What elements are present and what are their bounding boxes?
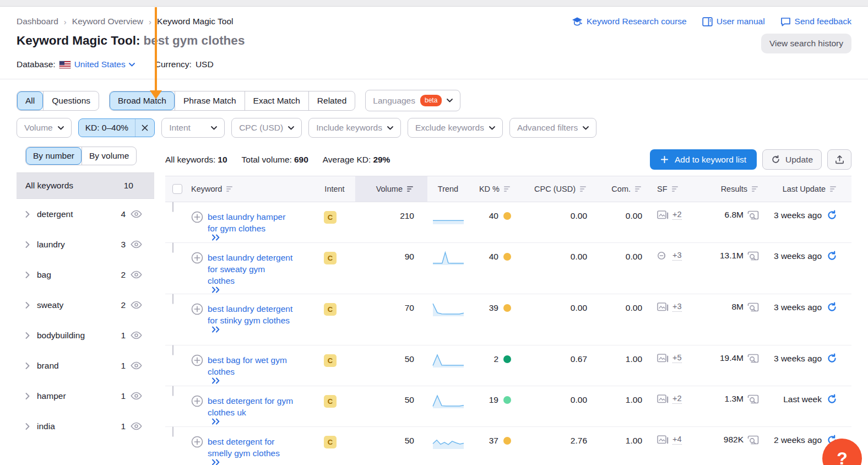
add-to-keyword-list-button[interactable]: Add to keyword list [650, 149, 757, 170]
refresh-icon[interactable] [827, 302, 837, 312]
double-chevron-icon[interactable] [211, 377, 294, 384]
keyword-research-course-link[interactable]: Keyword Research course [572, 17, 687, 26]
eye-icon[interactable] [131, 392, 142, 400]
row-checkbox[interactable] [172, 426, 173, 437]
cpc-filter-dropdown[interactable]: CPC (USD) [231, 118, 302, 138]
column-header-intent[interactable]: Intent [314, 176, 355, 202]
keyword-link[interactable]: best laundry detergent for stinky gym cl… [208, 303, 294, 333]
eye-icon[interactable] [131, 361, 142, 370]
row-checkbox[interactable] [172, 202, 173, 212]
serp-preview-icon[interactable] [747, 435, 759, 445]
user-manual-link[interactable]: User manual [702, 17, 765, 26]
languages-dropdown[interactable]: Languages beta [365, 90, 460, 111]
row-checkbox[interactable] [172, 242, 173, 253]
double-chevron-icon[interactable] [211, 286, 294, 293]
select-all-checkbox[interactable] [172, 184, 182, 194]
double-chevron-icon[interactable] [211, 234, 294, 241]
intent-filter-dropdown[interactable]: Intent [161, 118, 225, 138]
sidebar-group-sweaty[interactable]: sweaty2 [17, 290, 154, 320]
plus-circle-icon[interactable] [191, 354, 203, 384]
row-checkbox[interactable] [172, 386, 173, 396]
row-checkbox[interactable] [172, 294, 173, 304]
serp-preview-icon[interactable] [747, 251, 759, 261]
double-chevron-icon[interactable] [211, 326, 294, 333]
tab-phrase-match[interactable]: Phrase Match [175, 91, 245, 110]
keyword-link[interactable]: best bag for wet gym clothes [208, 354, 294, 384]
serp-preview-icon[interactable] [747, 394, 759, 404]
sf-more-link[interactable]: +4 [672, 435, 682, 445]
tab-all[interactable]: All [17, 91, 43, 110]
sidebar-group-detergent[interactable]: detergent4 [17, 199, 154, 229]
row-checkbox[interactable] [172, 345, 173, 355]
tab-exact-match[interactable]: Exact Match [245, 91, 308, 110]
group-label: sweaty [37, 300, 121, 310]
plus-circle-icon[interactable] [191, 395, 203, 425]
advanced-filters-dropdown[interactable]: Advanced filters [509, 118, 596, 138]
include-keywords-dropdown[interactable]: Include keywords [308, 118, 401, 138]
column-header-com[interactable]: Com. [598, 176, 653, 202]
kd-cell: 19 [469, 386, 523, 405]
sidebar-group-hamper[interactable]: hamper1 [17, 381, 154, 411]
plus-circle-icon[interactable] [191, 211, 203, 241]
database-selector[interactable]: Database: United States [17, 60, 135, 69]
keyword-link[interactable]: best detergent for smelly gym clothes [208, 436, 294, 465]
trend-sparkline [432, 353, 464, 368]
column-header-cpc[interactable]: CPC (USD) [523, 176, 598, 202]
column-header-sf[interactable]: SF [653, 176, 702, 202]
column-header-last-update[interactable]: Last Update [770, 176, 851, 202]
refresh-icon[interactable] [827, 394, 837, 404]
sf-more-link[interactable]: +3 [672, 251, 682, 261]
serp-preview-icon[interactable] [747, 302, 759, 312]
eye-icon[interactable] [131, 331, 142, 339]
column-header-trend[interactable]: Trend [427, 176, 469, 202]
sidebar-all-keywords-row[interactable]: All keywords 10 [17, 172, 154, 199]
double-chevron-icon[interactable] [211, 459, 294, 465]
breadcrumb-item[interactable]: Keyword Overview [72, 17, 143, 26]
kd-filter-active[interactable]: KD: 0–40% [78, 118, 155, 137]
eye-icon[interactable] [131, 240, 142, 248]
column-header-kd[interactable]: KD % [469, 176, 523, 202]
breadcrumb-item[interactable]: Dashboard [17, 17, 58, 26]
eye-icon[interactable] [131, 422, 142, 430]
double-chevron-icon[interactable] [211, 418, 294, 425]
exclude-keywords-dropdown[interactable]: Exclude keywords [408, 118, 503, 138]
kd-filter-clear-button[interactable] [135, 119, 154, 137]
column-header-volume[interactable]: Volume [355, 176, 427, 202]
sidebar-group-india[interactable]: india1 [17, 411, 154, 441]
sf-more-link[interactable]: +5 [672, 353, 682, 363]
send-feedback-link[interactable]: Send feedback [780, 17, 851, 26]
toggle-by-number[interactable]: By number [26, 147, 82, 165]
view-search-history-button[interactable]: View search history [761, 34, 851, 53]
eye-icon[interactable] [131, 271, 142, 279]
sidebar-group-bag[interactable]: bag2 [17, 259, 154, 290]
sidebar-group-bodybuilding[interactable]: bodybuilding1 [17, 320, 154, 350]
sf-more-link[interactable]: +3 [672, 302, 682, 312]
refresh-icon[interactable] [827, 251, 837, 261]
volume-filter-dropdown[interactable]: Volume [17, 118, 72, 138]
serp-preview-icon[interactable] [747, 354, 759, 363]
refresh-icon[interactable] [827, 353, 837, 364]
toggle-by-volume[interactable]: By volume [82, 147, 136, 165]
serp-preview-icon[interactable] [747, 210, 759, 220]
column-header-keyword[interactable]: Keyword [191, 176, 314, 202]
plus-circle-icon[interactable] [191, 436, 203, 465]
sf-more-link[interactable]: +2 [672, 210, 682, 220]
sidebar-group-laundry[interactable]: laundry3 [17, 229, 154, 259]
plus-circle-icon[interactable] [191, 303, 203, 333]
export-button[interactable] [827, 149, 851, 170]
tab-broad-match[interactable]: Broad Match [110, 91, 175, 110]
refresh-icon[interactable] [827, 210, 837, 220]
sidebar-group-brand[interactable]: brand1 [17, 350, 154, 381]
sf-more-link[interactable]: +2 [672, 394, 682, 404]
keyword-link[interactable]: best laundry hamper for gym clothes [208, 211, 294, 241]
column-header-results[interactable]: Results [702, 176, 770, 202]
eye-icon[interactable] [131, 301, 142, 309]
tab-questions[interactable]: Questions [43, 91, 99, 110]
plus-circle-icon[interactable] [191, 252, 203, 293]
keyword-link[interactable]: best detergent for gym clothes uk [208, 395, 294, 425]
keyword-link[interactable]: best laundry detergent for sweaty gym cl… [208, 252, 294, 293]
eye-icon[interactable] [131, 210, 142, 218]
database-value[interactable]: United States [74, 60, 126, 69]
tab-related[interactable]: Related [308, 91, 355, 110]
update-button[interactable]: Update [762, 149, 822, 170]
